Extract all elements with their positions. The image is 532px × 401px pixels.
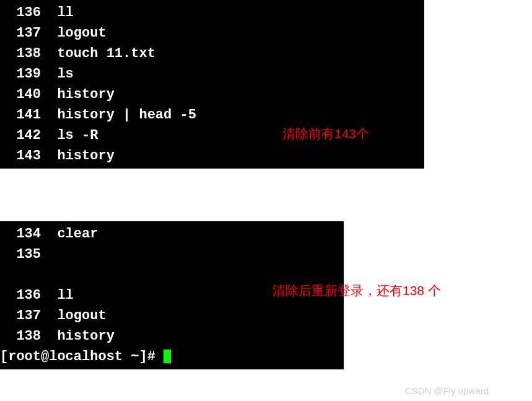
shell-prompt-line[interactable]: [root@localhost ~]#	[0, 346, 344, 367]
history-line: 135	[0, 244, 344, 265]
history-line: 143 history	[0, 146, 424, 166]
history-num: 141	[0, 107, 41, 123]
history-cmd: clear	[57, 226, 98, 242]
history-cmd: ll	[57, 288, 73, 303]
cursor-icon	[164, 350, 171, 363]
history-cmd: ls	[57, 66, 73, 82]
history-line: 141 history | head -5	[0, 105, 424, 125]
history-num: 136	[0, 5, 41, 20]
history-line: 137 logout	[0, 23, 424, 43]
history-num: 140	[0, 87, 41, 102]
history-num: 143	[0, 148, 41, 164]
annotation-before: 清除前有143个	[282, 125, 369, 143]
terminal-before-clear[interactable]: 136 ll 137 logout 138 touch 11.txt 139 l…	[0, 0, 424, 169]
history-line: 136 ll	[0, 2, 424, 23]
history-cmd: history | head -5	[57, 107, 196, 123]
history-num: 138	[0, 328, 41, 344]
history-cmd: ll	[57, 5, 73, 20]
shell-prompt: [root@localhost ~]#	[0, 349, 164, 364]
history-cmd: logout	[57, 308, 106, 324]
history-line: 134 clear	[0, 224, 344, 244]
history-num: 135	[0, 247, 41, 262]
history-cmd: logout	[57, 25, 106, 41]
history-cmd: history	[57, 87, 114, 102]
history-line: 137 logout	[0, 306, 344, 326]
history-line: 138 history	[0, 326, 344, 346]
history-num: 136	[0, 288, 41, 303]
history-num: 134	[0, 226, 41, 242]
history-cmd: ls -R	[57, 128, 98, 143]
history-cmd: touch 11.txt	[57, 46, 155, 61]
history-line: 139 ls	[0, 64, 424, 84]
history-num: 138	[0, 46, 41, 61]
history-cmd: history	[57, 328, 114, 344]
history-num: 137	[0, 25, 41, 41]
history-cmd: history	[57, 148, 114, 164]
history-num: 137	[0, 308, 41, 324]
annotation-after: 清除后重新登录，还有138 个	[273, 282, 532, 299]
watermark: CSDN @Fly upward	[405, 386, 489, 396]
history-line: 138 touch 11.txt	[0, 43, 424, 64]
history-line: 140 history	[0, 84, 424, 105]
history-num: 142	[0, 128, 41, 143]
history-num: 139	[0, 66, 41, 82]
